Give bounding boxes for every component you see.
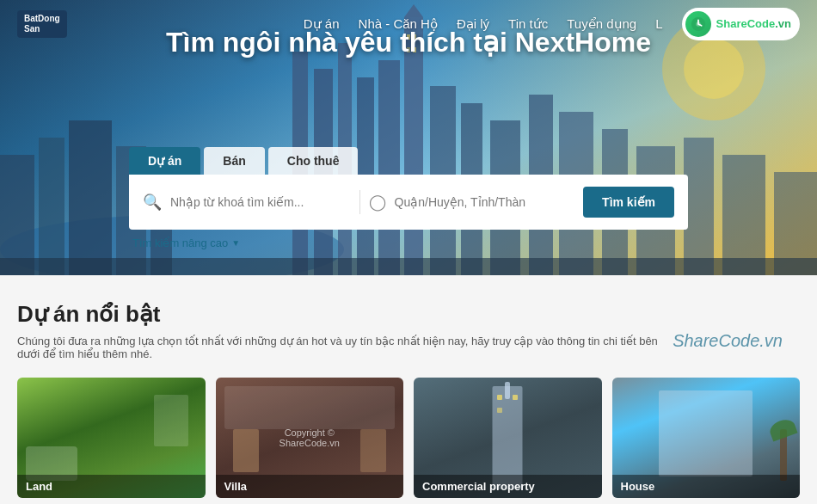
nav-link-tuyen-dung[interactable]: Tuyển dụng <box>567 16 636 31</box>
tab-du-an[interactable]: Dự án <box>129 147 200 175</box>
advanced-search-area: Tìm kiếm nâng cao ▼ <box>129 237 688 249</box>
watermark: ShareCode.vn <box>673 331 783 351</box>
location-input[interactable] <box>395 195 575 209</box>
main-content: Dự án nổi bật Chúng tôi đưa ra những lựa… <box>0 275 817 504</box>
nav-item-du-an[interactable]: Dự án <box>304 16 340 32</box>
nav-link-dai-ly[interactable]: Đại lý <box>457 16 489 31</box>
card-villa-furniture2 <box>360 429 386 472</box>
sharecode-badge[interactable]: ShareCode.vn <box>682 8 800 40</box>
card-commercial-window1 <box>497 395 502 400</box>
card-commercial-label: Commercial property <box>414 475 602 498</box>
badge-text-main: ShareCode <box>716 17 776 30</box>
card-commercial[interactable]: Commercial property <box>414 378 602 498</box>
nav-item-nha-can-ho[interactable]: Nhà - Căn Hộ <box>359 16 438 32</box>
nav-link-l[interactable]: L <box>655 16 662 31</box>
search-input[interactable] <box>170 195 351 209</box>
tab-cho-thue[interactable]: Cho thuê <box>268 147 359 175</box>
advanced-search-label: Tìm kiếm nâng cao <box>132 237 228 249</box>
nav-item-tuyen-dung[interactable]: Tuyển dụng <box>567 16 636 32</box>
nav-item-dai-ly[interactable]: Đại lý <box>457 16 489 32</box>
nav-item-tin-tuc[interactable]: Tin tức <box>508 16 548 32</box>
advanced-search-button[interactable]: Tìm kiếm nâng cao ▼ <box>132 237 240 249</box>
svg-point-1 <box>696 22 700 26</box>
tab-ban[interactable]: Bán <box>204 147 264 175</box>
sharecode-badge-text: ShareCode.vn <box>716 17 791 30</box>
main-nav: Dự án Nhà - Căn Hộ Đại lý Tin tức Tuyển … <box>304 8 800 40</box>
card-house-building <box>659 390 752 476</box>
card-land[interactable]: Land <box>17 378 206 498</box>
logo[interactable]: BatDong San <box>17 10 67 38</box>
card-villa-ceiling <box>224 386 396 429</box>
card-house[interactable]: House <box>612 378 801 498</box>
main-header: BatDong San Dự án Nhà - Căn Hộ Đại lý Ti… <box>0 0 817 47</box>
search-button[interactable]: Tìm kiếm <box>583 187 674 218</box>
search-divider <box>359 190 360 214</box>
card-villa-label: Villa <box>216 475 404 498</box>
nav-link-nha-can-ho[interactable]: Nhà - Căn Hộ <box>359 16 438 31</box>
sharecode-badge-item[interactable]: ShareCode.vn <box>682 8 800 40</box>
section-title: Dự án nổi bật <box>17 301 800 328</box>
section-description: Chúng tôi đưa ra những lựa chọn tốt nhất… <box>17 335 662 360</box>
card-villa[interactable]: Villa Copyright © ShareCode.vn <box>216 378 404 498</box>
advanced-search-arrow-icon: ▼ <box>231 238 240 248</box>
card-commercial-tower <box>493 386 523 489</box>
badge-text-suffix: .vn <box>775 17 791 30</box>
section-header: Dự án nổi bật Chúng tôi đưa ra những lựa… <box>17 301 800 360</box>
logo-line2: San <box>24 24 60 34</box>
nav-link-du-an[interactable]: Dự án <box>304 16 340 31</box>
search-tabs: Dự án Bán Cho thuê <box>129 147 688 175</box>
logo-line1: BatDong <box>24 14 60 24</box>
card-house-label: House <box>612 475 801 498</box>
card-villa-furniture <box>233 429 259 472</box>
card-land-label: Land <box>17 475 206 498</box>
search-icon: 🔍 <box>143 193 162 212</box>
card-house-tree-top <box>767 416 797 441</box>
card-commercial-window3 <box>497 408 502 413</box>
nav-link-tin-tuc[interactable]: Tin tức <box>508 16 548 31</box>
card-commercial-antenna <box>505 382 510 399</box>
card-land-element2 <box>154 395 188 446</box>
nav-list: Dự án Nhà - Căn Hộ Đại lý Tin tức Tuyển … <box>304 8 800 40</box>
nav-item-l[interactable]: L <box>655 16 662 32</box>
sharecode-svg-icon <box>691 16 706 32</box>
logo-box: BatDong San <box>17 10 67 38</box>
cards-grid: Land Villa Copyright © ShareCode.vn <box>17 378 800 498</box>
search-container: Dự án Bán Cho thuê 🔍 ◯ Tìm kiếm Tìm kiếm… <box>129 147 688 249</box>
card-commercial-window2 <box>513 395 518 400</box>
search-box: 🔍 ◯ Tìm kiếm <box>129 175 688 230</box>
sharecode-icon <box>685 11 711 37</box>
location-icon: ◯ <box>369 193 386 212</box>
